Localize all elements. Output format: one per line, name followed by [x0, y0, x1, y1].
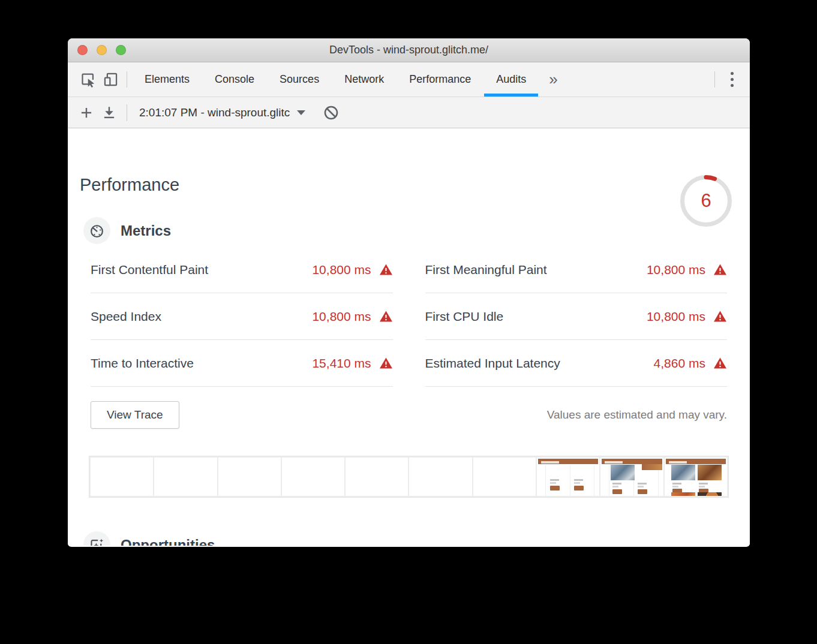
metric-first-cpu-idle: First CPU Idle 10,800 ms	[425, 293, 728, 340]
filmstrip-frame	[600, 458, 663, 496]
window-title: DevTools - wind-sprout.glitch.me/	[329, 44, 488, 56]
new-audit-icon[interactable]	[75, 103, 98, 123]
toolbar-separator	[714, 71, 715, 88]
warning-icon	[713, 310, 727, 323]
toolbar-separator	[127, 104, 127, 121]
filmstrip-frame	[473, 458, 536, 496]
category-title: Performance	[80, 175, 738, 195]
warning-icon	[379, 357, 393, 369]
metrics-grid: First Contentful Paint 10,800 ms First M…	[91, 246, 727, 387]
filmstrip-frame	[218, 458, 281, 496]
toolbar-separator	[127, 71, 127, 88]
metric-first-contentful-paint: First Contentful Paint 10,800 ms	[91, 246, 393, 293]
metrics-gauge-icon	[83, 217, 110, 244]
audit-run-label: 2:01:07 PM - wind-sprout.glitc	[139, 106, 290, 119]
tab-sources[interactable]: Sources	[267, 62, 332, 97]
devtools-menu-icon[interactable]	[720, 68, 744, 92]
warning-icon	[379, 310, 393, 323]
audit-report: Performance 6	[68, 128, 750, 546]
warning-icon	[713, 357, 727, 369]
opportunities-section-title: Opportunities	[121, 537, 215, 546]
estimate-note: Values are estimated and may vary.	[547, 408, 727, 422]
filmstrip-frame	[91, 458, 153, 496]
minimize-window-button[interactable]	[97, 45, 107, 55]
warning-icon	[713, 263, 727, 276]
tab-network[interactable]: Network	[332, 62, 397, 97]
clear-audits-icon[interactable]	[320, 103, 343, 123]
tab-console[interactable]: Console	[202, 62, 267, 97]
view-trace-button[interactable]: View Trace	[91, 401, 179, 429]
filmstrip-frame	[282, 458, 344, 496]
download-report-icon[interactable]	[98, 103, 121, 123]
zoom-window-button[interactable]	[116, 45, 126, 55]
devtools-tabbar: Elements Console Sources Network Perform…	[68, 62, 750, 97]
metric-speed-index: Speed Index 10,800 ms	[91, 293, 393, 340]
tab-audits[interactable]: Audits	[483, 62, 539, 97]
performance-score-gauge: 6	[678, 173, 734, 229]
window-titlebar: DevTools - wind-sprout.glitch.me/	[68, 38, 750, 62]
filmstrip-frame	[154, 458, 217, 496]
tab-elements[interactable]: Elements	[132, 62, 202, 97]
audit-run-dropdown[interactable]: 2:01:07 PM - wind-sprout.glitc	[133, 106, 311, 119]
more-tabs-icon[interactable]: »	[539, 62, 567, 97]
filmstrip-frame	[409, 458, 471, 496]
window-controls	[77, 38, 126, 62]
metric-first-meaningful-paint: First Meaningful Paint 10,800 ms	[425, 246, 728, 293]
metric-estimated-input-latency: Estimated Input Latency 4,860 ms	[425, 340, 728, 387]
opportunities-icon	[83, 531, 110, 546]
opportunities-section-header: Opportunities	[83, 531, 738, 546]
audits-toolbar: 2:01:07 PM - wind-sprout.glitc	[68, 97, 750, 128]
tab-performance[interactable]: Performance	[397, 62, 483, 97]
toggle-device-toolbar-icon[interactable]	[99, 68, 122, 91]
chevron-down-icon	[297, 110, 305, 115]
filmstrip	[89, 456, 729, 498]
inspect-element-icon[interactable]	[76, 68, 99, 91]
metrics-section-header: Metrics	[83, 217, 738, 244]
filmstrip-frame	[537, 458, 599, 496]
metric-time-to-interactive: Time to Interactive 15,410 ms	[91, 340, 393, 387]
metrics-section-title: Metrics	[121, 222, 171, 239]
filmstrip-frame	[346, 458, 408, 496]
filmstrip-frame	[665, 458, 727, 496]
close-window-button[interactable]	[77, 45, 88, 55]
performance-score-value: 6	[678, 173, 734, 229]
devtools-window: DevTools - wind-sprout.glitch.me/ Elemen…	[68, 38, 750, 547]
warning-icon	[379, 263, 393, 276]
